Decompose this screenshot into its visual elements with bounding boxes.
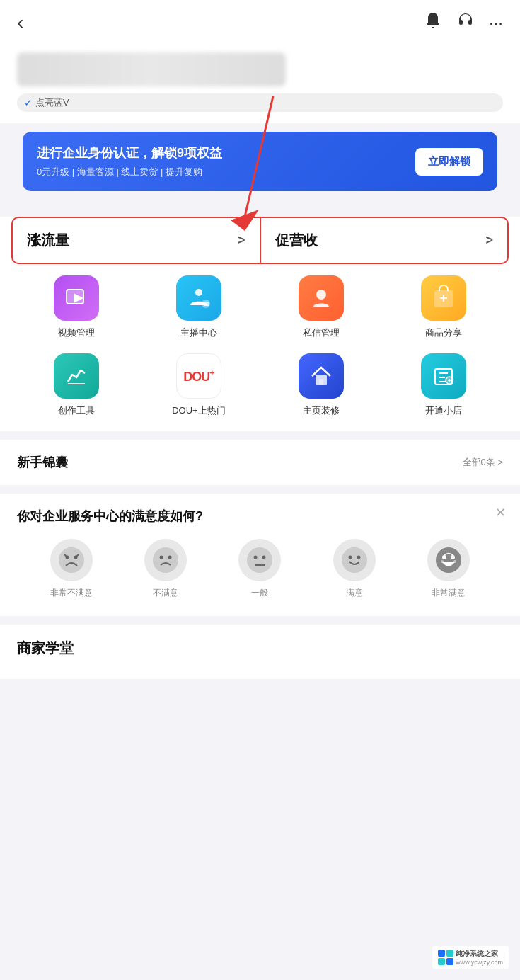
blue-v-label: 点亮蓝V — [35, 96, 69, 109]
feature-dou-plus[interactable]: DOU+ DOU+上热门 — [141, 353, 256, 417]
rating-very-unhappy[interactable]: 非常不满意 — [50, 539, 93, 599]
creation-tools-label: 创作工具 — [58, 404, 95, 417]
tab-revenue-arrow: > — [485, 233, 493, 248]
svg-point-22 — [247, 547, 272, 573]
survey-section: ✕ 你对企业服务中心的满意度如何? 非常不满意 — [0, 494, 520, 616]
feature-open-shop[interactable]: 开通小店 — [386, 353, 502, 417]
tab-revenue[interactable]: 促营收 > — [261, 218, 508, 263]
emoji-rating-row: 非常不满意 不满意 一般 — [17, 539, 503, 599]
watermark: 纯净系统之家 www.ycwjzy.com — [432, 946, 509, 969]
more-icon[interactable]: ··· — [489, 13, 503, 33]
blue-v-badge[interactable]: ✓ 点亮蓝V — [17, 93, 503, 112]
tab-traffic-arrow: > — [238, 233, 245, 248]
svg-point-29 — [436, 547, 461, 573]
banner-text-block: 进行企业身份认证，解锁9项权益 0元升级 | 海量客源 | 线上卖货 | 提升复… — [37, 144, 222, 178]
beginner-link[interactable]: 全部0条 > — [463, 456, 503, 469]
tab-traffic[interactable]: 涨流量 > — [13, 218, 261, 263]
svg-rect-36 — [438, 958, 445, 965]
headset-icon[interactable] — [456, 11, 475, 34]
product-share-icon-box — [421, 275, 466, 321]
unlock-button[interactable]: 立即解锁 — [415, 148, 483, 176]
profile-section: ✓ 点亮蓝V — [0, 45, 520, 123]
feature-product-share[interactable]: 商品分享 — [386, 275, 502, 339]
video-management-label: 视频管理 — [58, 326, 95, 339]
svg-point-33 — [453, 560, 456, 563]
profile-blurred — [17, 52, 286, 86]
identity-banner: 进行企业身份认证，解锁9项权益 0元升级 | 海量客源 | 线上卖货 | 提升复… — [23, 132, 497, 191]
tab-revenue-label: 促营收 — [275, 231, 318, 250]
svg-point-32 — [441, 560, 444, 563]
feature-homepage-decor[interactable]: 主页装修 — [264, 353, 379, 417]
creation-tools-icon-box — [54, 353, 99, 399]
emoji-very-unhappy — [50, 539, 93, 581]
svg-point-27 — [348, 556, 352, 559]
open-shop-icon-box — [421, 353, 466, 399]
header-actions: ··· — [424, 11, 503, 34]
dou-plus-icon-box: DOU+ — [176, 353, 221, 399]
anchor-icon-box: ✉ — [176, 275, 221, 321]
check-icon: ✓ — [24, 97, 33, 108]
rating-happy[interactable]: 满意 — [333, 539, 376, 599]
svg-point-20 — [160, 556, 163, 559]
banner-subtitle: 0元升级 | 海量客源 | 线上卖货 | 提升复购 — [37, 166, 222, 178]
feature-anchor-center[interactable]: ✉ 主播中心 — [141, 275, 256, 339]
svg-rect-35 — [446, 950, 453, 957]
notification-icon[interactable] — [424, 11, 442, 34]
banner-title: 进行企业身份认证，解锁9项权益 — [37, 144, 222, 161]
emoji-very-happy — [427, 539, 470, 581]
svg-point-23 — [254, 556, 258, 559]
product-share-label: 商品分享 — [425, 326, 462, 339]
svg-rect-37 — [446, 958, 453, 965]
svg-rect-11 — [68, 383, 85, 384]
rating-very-happy[interactable]: 非常满意 — [427, 539, 470, 599]
tab-traffic-label: 涨流量 — [27, 231, 69, 250]
svg-point-6 — [195, 289, 202, 296]
video-icon-box — [54, 275, 99, 321]
header: ‹ ··· — [0, 0, 520, 45]
feature-icons-grid: 视频管理 ✉ 主播中心 私信管理 — [11, 275, 509, 417]
watermark-site-name: 纯净系统之家 — [456, 949, 503, 959]
rating-neutral[interactable]: 一般 — [238, 539, 281, 599]
watermark-icon — [438, 950, 453, 965]
svg-text:✉: ✉ — [204, 301, 209, 308]
rating-happy-label: 满意 — [346, 587, 363, 599]
beginner-section: 新手锦囊 全部0条 > — [0, 440, 520, 485]
private-msg-icon-box — [299, 275, 344, 321]
feature-creation-tools[interactable]: 创作工具 — [18, 353, 134, 417]
back-button[interactable]: ‹ — [17, 11, 23, 34]
category-tabs: 涨流量 > 促营收 > — [11, 217, 509, 264]
svg-point-16 — [59, 547, 84, 573]
dou-plus-text: DOU+ — [183, 368, 214, 384]
feature-private-message[interactable]: 私信管理 — [264, 275, 379, 339]
features-section: 涨流量 > 促营收 > 视频管理 — [0, 217, 520, 431]
survey-title: 你对企业服务中心的满意度如何? — [17, 508, 503, 525]
svg-point-19 — [153, 547, 178, 573]
annotation-container: 涨流量 > 促营收 > — [11, 217, 509, 264]
homepage-decor-icon-box — [299, 353, 344, 399]
feature-video-management[interactable]: 视频管理 — [18, 275, 134, 339]
academy-title: 商家学堂 — [17, 639, 74, 658]
svg-rect-13 — [319, 379, 323, 385]
rating-very-happy-label: 非常满意 — [432, 587, 466, 599]
rating-unhappy-label: 不满意 — [153, 587, 178, 599]
watermark-url: www.ycwjzy.com — [456, 959, 503, 966]
emoji-unhappy — [144, 539, 187, 581]
svg-point-9 — [316, 290, 326, 300]
svg-point-30 — [442, 555, 446, 559]
emoji-neutral — [238, 539, 281, 581]
survey-close-button[interactable]: ✕ — [495, 505, 506, 520]
svg-point-24 — [262, 556, 266, 559]
svg-rect-34 — [438, 950, 445, 957]
banner-wrapper: 进行企业身份认证，解锁9项权益 0元升级 | 海量客源 | 线上卖货 | 提升复… — [0, 123, 520, 208]
rating-very-unhappy-label: 非常不满意 — [50, 587, 93, 599]
academy-section: 商家学堂 — [0, 625, 520, 679]
emoji-happy — [333, 539, 376, 581]
anchor-center-label: 主播中心 — [180, 326, 217, 339]
watermark-text-block: 纯净系统之家 www.ycwjzy.com — [456, 949, 503, 966]
svg-point-21 — [168, 556, 172, 559]
svg-point-28 — [357, 556, 360, 559]
beginner-title: 新手锦囊 — [17, 454, 68, 471]
rating-unhappy[interactable]: 不满意 — [144, 539, 187, 599]
dou-plus-label: DOU+上热门 — [172, 404, 225, 417]
svg-point-26 — [342, 547, 367, 573]
